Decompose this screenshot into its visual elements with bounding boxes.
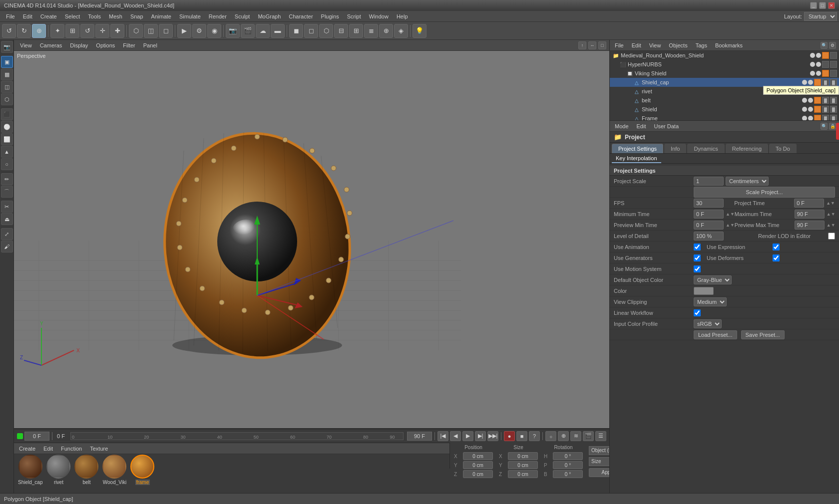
points-mode[interactable]: ⬡ [129, 24, 143, 38]
tree-render-dot3[interactable] [816, 71, 821, 76]
go-end-btn[interactable]: ▶▶| [487, 431, 498, 441]
tree-item-rivet[interactable]: △ rivet ▓ ▓ [610, 87, 839, 96]
mat-create[interactable]: Create [17, 445, 37, 453]
keys-btn[interactable]: ⬦ [545, 431, 556, 441]
tree-color-sq[interactable] [822, 52, 829, 59]
close-btn[interactable]: ✕ [828, 2, 835, 9]
menu-script[interactable]: Script [343, 12, 365, 20]
mat-edit[interactable]: Edit [41, 445, 55, 453]
sidebar-edge[interactable]: ◫ [1, 81, 13, 93]
minimize-btn[interactable]: _ [810, 2, 817, 9]
rot-b-input[interactable] [553, 470, 583, 478]
tree-color-sq3[interactable] [822, 70, 829, 77]
menu-simulate[interactable]: Simulate [175, 12, 205, 20]
next-frame-btn[interactable]: ▶| [475, 431, 486, 441]
undo-btn[interactable]: ↺ [2, 24, 16, 38]
go-start-btn[interactable]: |◀ [437, 431, 448, 441]
tree-vis-dot7[interactable] [802, 107, 807, 112]
display1-btn[interactable]: ◼ [289, 24, 303, 38]
vp-cameras-menu[interactable]: Cameras [37, 41, 65, 49]
tree-item-shield[interactable]: △ Shield ▓ ▓ [610, 105, 839, 114]
menu-file[interactable]: File [2, 12, 19, 20]
pos-y-input[interactable] [463, 461, 493, 469]
sidebar-model[interactable]: ▣ [1, 56, 13, 68]
poly-mode[interactable]: ◻ [159, 24, 173, 38]
timeline-scrubber[interactable]: 0 10 20 30 40 50 60 70 80 90 [70, 432, 404, 440]
floor-btn[interactable]: ▬ [271, 24, 285, 38]
menu-mograph[interactable]: MoGraph [254, 12, 285, 20]
tree-render-dot2[interactable] [816, 62, 821, 67]
tree-vis-dot2[interactable] [810, 62, 815, 67]
menu-character[interactable]: Character [285, 12, 317, 20]
attr-user-data[interactable]: User Data [652, 122, 681, 130]
sidebar-point[interactable]: ⬡ [1, 93, 13, 105]
menu-render[interactable]: Render [205, 12, 231, 20]
tree-vis-dot3[interactable] [810, 71, 815, 76]
sidebar-sphere[interactable]: ⚪ [1, 121, 13, 133]
rp-file[interactable]: File [613, 41, 626, 49]
lod-input[interactable] [694, 232, 724, 241]
stage-btn[interactable]: 🎬 [241, 24, 255, 38]
attr-search-icon[interactable]: 🔍 [821, 123, 828, 130]
view-clipping-select[interactable]: Medium [694, 297, 727, 306]
render-view[interactable]: ▶ [177, 24, 191, 38]
vp-icon1[interactable]: ↑ [578, 41, 586, 49]
menu-create[interactable]: Create [36, 12, 61, 20]
new-obj-btn[interactable]: ✚ [110, 24, 124, 38]
tree-tag-sq3[interactable] [830, 70, 837, 77]
menu-snap[interactable]: Snap [126, 12, 147, 20]
display2-btn[interactable]: ◻ [304, 24, 318, 38]
input-color-select[interactable]: sRGB [694, 319, 722, 328]
menu-mesh[interactable]: Mesh [105, 12, 126, 20]
size-x-input[interactable] [508, 452, 538, 460]
menu-window[interactable]: Window [365, 12, 393, 20]
edges-mode[interactable]: ◫ [144, 24, 158, 38]
pos-z-input[interactable] [463, 470, 493, 478]
tree-item-frame[interactable]: △ Frame ▓ ▓ [610, 114, 839, 121]
linear-workflow-checkbox[interactable] [694, 309, 701, 316]
size-y-input[interactable] [508, 461, 538, 469]
preview-min-input[interactable] [694, 221, 724, 230]
tree-vis-dot6[interactable] [802, 98, 807, 103]
sidebar-deform[interactable]: ⤢ [1, 228, 13, 240]
tree-mat2-sq8[interactable]: ▓ [830, 115, 837, 121]
vp-panel-menu[interactable]: Panel [140, 41, 160, 49]
menu-help[interactable]: Help [393, 12, 412, 20]
sidebar-cameras[interactable]: 📷 [1, 41, 13, 53]
sidebar-paint[interactable]: 🖌 [1, 241, 13, 252]
live-select-btn[interactable]: ⊕ [32, 24, 46, 38]
vp-display-menu[interactable]: Display [67, 41, 91, 49]
redo-btn[interactable]: ↻ [17, 24, 31, 38]
scale-tool-btn[interactable]: ⊞ [65, 24, 79, 38]
mat-function[interactable]: Function [59, 445, 84, 453]
project-scale-unit-select[interactable]: Centimeters [726, 177, 769, 186]
tree-color-sq2[interactable] [822, 61, 829, 68]
tree-vis-dot[interactable] [810, 53, 815, 58]
max-time-input[interactable] [795, 210, 825, 219]
project-scale-input[interactable] [694, 177, 724, 186]
rotate-btn[interactable]: ↺ [80, 24, 94, 38]
end-frame-input[interactable] [407, 432, 432, 441]
tab-project-settings[interactable]: Project Settings [612, 144, 663, 153]
sidebar-cube[interactable]: ⬛ [1, 108, 13, 120]
tree-mat2-sq7[interactable]: ▓ [830, 106, 837, 113]
use-generators-checkbox[interactable] [694, 254, 701, 261]
vp-icon2[interactable]: ↔ [588, 41, 596, 49]
attr-bookmark-icon[interactable] [836, 123, 839, 140]
material-item-belt[interactable]: belt [74, 455, 98, 485]
vp-filter-menu[interactable]: Filter [120, 41, 138, 49]
stop-btn[interactable]: ■ [516, 431, 527, 441]
tree-mat2-sq6[interactable]: ▓ [830, 97, 837, 104]
mat-texture[interactable]: Texture [88, 445, 110, 453]
scale-project-btn[interactable]: Scale Project... [694, 187, 835, 198]
subtab-key-interp[interactable]: Key Interpolation [612, 154, 661, 163]
rp-edit[interactable]: Edit [630, 41, 643, 49]
tree-color-sq6[interactable] [814, 97, 821, 104]
attr-edit[interactable]: Edit [635, 122, 648, 130]
menu-sculpt[interactable]: Sculpt [231, 12, 254, 20]
record-btn[interactable]: ● [504, 431, 515, 441]
film-btn[interactable]: 🎬 [583, 431, 594, 441]
tree-item-shield-cap[interactable]: △ Shield_cap ▓ ▓ [610, 78, 839, 87]
tree-mat-sq6[interactable]: ▓ [822, 97, 829, 104]
material-item-frame[interactable]: frame [130, 455, 154, 485]
